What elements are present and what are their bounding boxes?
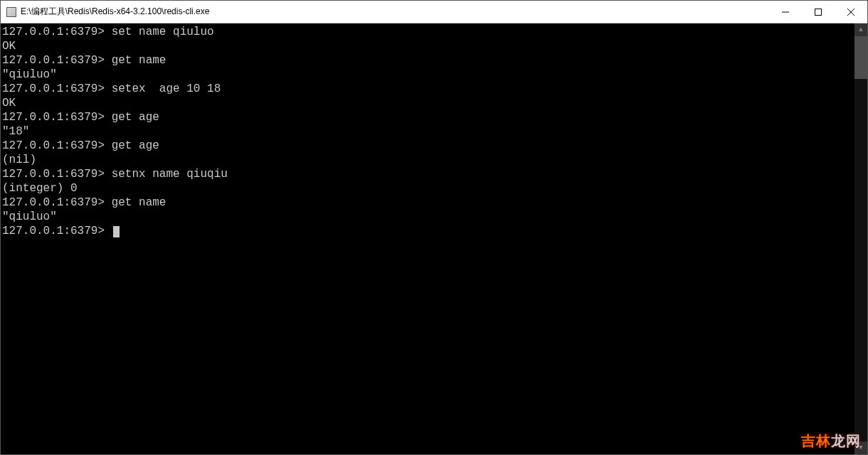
terminal-output-line: "qiuluo" [2,68,853,82]
app-icon [6,7,16,17]
terminal-command-line: 127.0.0.1:6379> set name qiuluo [2,25,853,39]
terminal-output-line: "18" [2,124,853,139]
svg-rect-1 [815,9,822,15]
terminal-command-line: 127.0.0.1:6379> setnx name qiuqiu [2,167,853,181]
titlebar[interactable]: E:\编程工具\Redis\Redis-x64-3.2.100\redis-cl… [1,1,867,23]
terminal-output-line: OK [2,96,853,110]
app-window: E:\编程工具\Redis\Redis-x64-3.2.100\redis-cl… [0,0,868,455]
close-icon [847,9,854,16]
terminal-output-line: (integer) 0 [2,181,853,196]
cursor [113,226,120,237]
terminal-command-line: 127.0.0.1:6379> get age [2,110,853,124]
scroll-up-arrow[interactable]: ▲ [854,23,867,36]
terminal-command-line: 127.0.0.1:6379> get name [2,53,853,68]
terminal-command-line: 127.0.0.1:6379> setex age 10 18 [2,82,853,96]
scroll-down-arrow[interactable]: ▼ [854,441,867,454]
terminal-cursor-line: 127.0.0.1:6379> [2,224,853,238]
terminal-content: 127.0.0.1:6379> set name qiuluoOK127.0.0… [2,25,853,238]
window-title: E:\编程工具\Redis\Redis-x64-3.2.100\redis-cl… [21,6,769,18]
minimize-icon [782,9,789,16]
maximize-button[interactable] [802,1,835,23]
scroll-track[interactable] [854,36,867,441]
terminal-output-line: (nil) [2,153,853,167]
terminal-output-line: "qiuluo" [2,210,853,224]
scrollbar[interactable]: ▲ ▼ [854,23,867,454]
terminal-output-line: OK [2,39,853,53]
window-controls [769,1,867,23]
terminal-command-line: 127.0.0.1:6379> get name [2,196,853,210]
maximize-icon [815,9,822,16]
close-button[interactable] [835,1,867,23]
terminal[interactable]: 127.0.0.1:6379> set name qiuluoOK127.0.0… [1,23,867,454]
minimize-button[interactable] [769,1,802,23]
terminal-command-line: 127.0.0.1:6379> get age [2,139,853,153]
scroll-thumb[interactable] [854,36,867,79]
